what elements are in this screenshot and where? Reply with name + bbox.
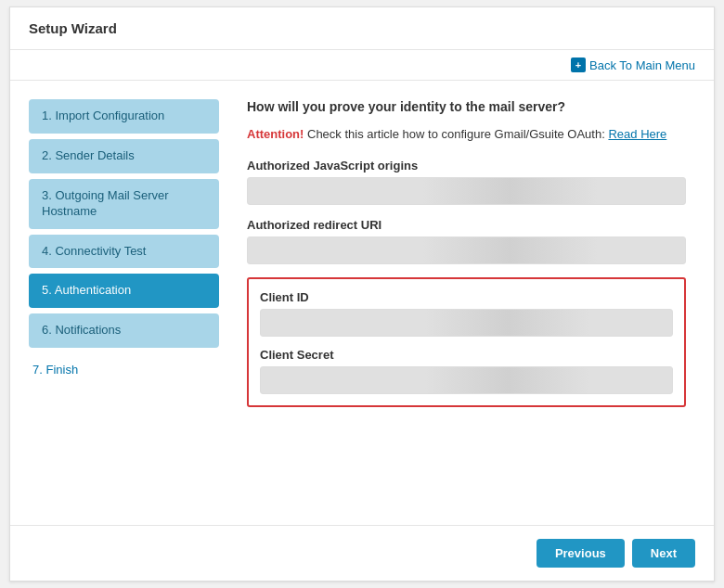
client-id-label: Client ID — [260, 290, 673, 304]
wizard-title: Setup Wizard — [29, 20, 117, 36]
redirect-uri-label: Authorized redirect URI — [247, 218, 686, 232]
sidebar-item-sender-details[interactable]: 2. Sender Details — [29, 139, 219, 173]
js-origins-group: Authorized JavaScript origins — [247, 159, 686, 205]
js-origins-input[interactable] — [247, 177, 686, 205]
client-id-input[interactable] — [260, 309, 673, 337]
sidebar-item-authentication[interactable]: 5. Authentication — [29, 274, 219, 308]
attention-link[interactable]: Read Here — [608, 127, 666, 141]
wizard-footer: Previous Next — [10, 525, 714, 581]
client-secret-group: Client Secret — [260, 348, 673, 394]
wizard-back-bar: + Back To Main Menu — [10, 50, 714, 81]
highlighted-section: Client ID Client Secret — [247, 277, 686, 407]
redirect-uri-input[interactable] — [247, 236, 686, 264]
previous-button[interactable]: Previous — [537, 539, 625, 568]
next-button[interactable]: Next — [632, 539, 695, 568]
client-id-group: Client ID — [260, 290, 673, 337]
attention-label: Attention! — [247, 127, 304, 141]
redirect-uri-group: Authorized redirect URI — [247, 218, 686, 264]
sidebar: 1. Import Configuration 2. Sender Detail… — [29, 99, 219, 506]
js-origins-label: Authorized JavaScript origins — [247, 159, 686, 173]
back-label: Back To Main Menu — [589, 58, 695, 72]
back-to-main-link[interactable]: + Back To Main Menu — [571, 58, 695, 72]
sidebar-item-outgoing-mail[interactable]: 3. Outgoing Mail Server Hostname — [29, 179, 219, 229]
sidebar-item-finish[interactable]: 7. Finish — [29, 353, 219, 388]
sidebar-item-connectivity-test[interactable]: 4. Connectivity Test — [29, 235, 219, 269]
back-icon: + — [571, 58, 586, 72]
attention-box: Attention! Check this article how to con… — [247, 125, 686, 144]
attention-text: Check this article how to configure Gmai… — [307, 127, 605, 141]
wizard-body: 1. Import Configuration 2. Sender Detail… — [10, 81, 714, 525]
sidebar-item-import-config[interactable]: 1. Import Configuration — [29, 99, 219, 134]
sidebar-item-notifications[interactable]: 6. Notifications — [29, 313, 219, 348]
client-secret-input[interactable] — [260, 366, 673, 394]
wizard-container: Setup Wizard + Back To Main Menu 1. Impo… — [9, 6, 715, 582]
main-question: How will you prove your identity to the … — [247, 99, 686, 114]
wizard-header: Setup Wizard — [10, 7, 714, 50]
client-secret-label: Client Secret — [260, 348, 673, 362]
main-content: How will you prove your identity to the … — [238, 99, 695, 506]
